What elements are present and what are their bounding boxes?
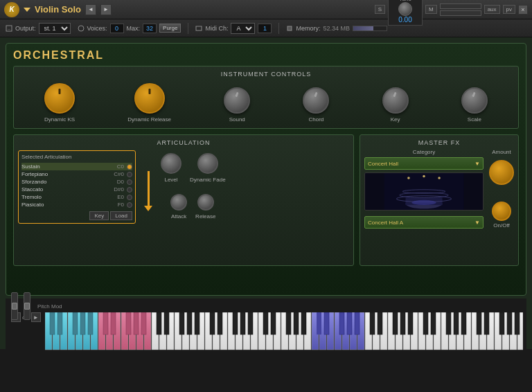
- black-key[interactable]: [446, 312, 451, 335]
- level-knob[interactable]: [161, 153, 181, 174]
- black-key[interactable]: [134, 312, 139, 335]
- black-key[interactable]: [263, 312, 268, 335]
- black-key[interactable]: [484, 312, 489, 335]
- master-fx-panel: MASTER FX Category Concert Hall ▼: [360, 134, 519, 266]
- chord-knob[interactable]: [303, 87, 329, 114]
- release-group: Release: [195, 194, 215, 220]
- black-key[interactable]: [301, 312, 306, 335]
- on-off-knob[interactable]: [492, 202, 511, 221]
- art-row-sustain[interactable]: Sustain C0: [21, 163, 132, 170]
- scale-knob[interactable]: [461, 87, 488, 114]
- memory-icon: [286, 25, 293, 32]
- black-key[interactable]: [187, 312, 192, 335]
- s-button[interactable]: S: [375, 5, 385, 14]
- pv-button[interactable]: pv: [503, 5, 515, 14]
- art-led-piasicato: [127, 202, 132, 208]
- prev-instrument-button[interactable]: ◄: [85, 4, 96, 15]
- key-button[interactable]: Key: [89, 211, 109, 220]
- m-button[interactable]: M: [425, 5, 437, 14]
- art-row-tremolo[interactable]: Tremolo E0: [21, 193, 132, 201]
- black-key[interactable]: [73, 312, 78, 335]
- release-knob[interactable]: [197, 194, 214, 211]
- black-key[interactable]: [400, 312, 405, 335]
- next-instrument-button[interactable]: ►: [100, 4, 112, 15]
- black-key[interactable]: [317, 312, 321, 335]
- piano-label-row: Pitch Mod: [6, 300, 526, 312]
- black-key[interactable]: [347, 312, 352, 335]
- dynamic-ks-knob[interactable]: [44, 83, 75, 114]
- black-key[interactable]: [179, 312, 184, 335]
- category-dropdown[interactable]: Concert Hall ▼: [364, 157, 484, 170]
- black-key[interactable]: [233, 312, 238, 335]
- black-key[interactable]: [126, 312, 131, 335]
- black-key[interactable]: [157, 312, 161, 335]
- black-key[interactable]: [324, 312, 329, 335]
- black-key[interactable]: [164, 312, 169, 335]
- aux-button[interactable]: aux: [484, 5, 500, 14]
- art-led-tremolo: [127, 195, 132, 200]
- black-key[interactable]: [294, 312, 299, 335]
- attack-label: Attack: [171, 213, 186, 220]
- black-key[interactable]: [431, 312, 436, 335]
- black-key[interactable]: [57, 312, 62, 335]
- art-row-fortepiano[interactable]: Fortepiano C#0: [21, 170, 132, 178]
- load-button[interactable]: Load: [110, 211, 132, 220]
- dynamic-fade-label: Dynamic Fade: [190, 177, 226, 183]
- black-key[interactable]: [515, 312, 520, 335]
- memory-label: Memory:: [296, 25, 320, 32]
- black-key[interactable]: [240, 312, 245, 335]
- hall-name-dropdown[interactable]: Concert Hall A ▼: [364, 216, 484, 229]
- black-key[interactable]: [408, 312, 413, 335]
- dynamic-fade-knob[interactable]: [197, 153, 218, 174]
- articulation-knobs: Level Dynamic Fade Attack: [161, 153, 226, 224]
- pitch-slider-2[interactable]: [24, 292, 30, 320]
- close-button[interactable]: ×: [518, 5, 528, 15]
- black-key[interactable]: [461, 312, 466, 335]
- black-key[interactable]: [454, 312, 459, 335]
- black-key[interactable]: [355, 312, 360, 335]
- black-key[interactable]: [111, 312, 116, 335]
- key-label: Key: [391, 116, 400, 123]
- black-key[interactable]: [271, 312, 276, 335]
- key-knob[interactable]: [382, 87, 409, 114]
- black-key[interactable]: [507, 312, 512, 335]
- black-key[interactable]: [393, 312, 398, 335]
- black-key[interactable]: [218, 312, 222, 335]
- black-key[interactable]: [195, 312, 200, 335]
- black-key[interactable]: [370, 312, 375, 335]
- art-led-sforzando: [127, 179, 132, 185]
- amount-knob[interactable]: [489, 160, 514, 185]
- art-row-piasicato[interactable]: Piasicato F0: [21, 201, 132, 208]
- memory-value: 52.34 MB: [323, 25, 350, 32]
- black-key[interactable]: [80, 312, 85, 335]
- black-key[interactable]: [88, 312, 93, 335]
- pitch-slider-1[interactable]: [11, 292, 18, 320]
- black-key[interactable]: [248, 312, 253, 335]
- dynamic-release-knob[interactable]: [134, 83, 165, 114]
- attack-knob[interactable]: [170, 194, 187, 211]
- black-key[interactable]: [141, 312, 146, 335]
- purge-button[interactable]: Purge: [159, 24, 181, 33]
- hall-preview: [364, 172, 484, 211]
- black-key[interactable]: [339, 312, 344, 335]
- black-key[interactable]: [286, 312, 291, 335]
- black-key[interactable]: [499, 312, 504, 335]
- art-led-fortepiano: [127, 172, 132, 177]
- output-select[interactable]: st. 1: [39, 23, 71, 34]
- oct-next-button[interactable]: ►: [31, 312, 41, 322]
- sound-label: Sound: [229, 116, 245, 123]
- sound-knob[interactable]: [224, 87, 250, 114]
- output-icon: ↔: [6, 25, 12, 32]
- black-key[interactable]: [50, 312, 55, 335]
- art-row-staccato[interactable]: Staccato D#0: [21, 186, 132, 193]
- black-key[interactable]: [423, 312, 428, 335]
- black-key[interactable]: [477, 312, 481, 335]
- midi-num: 1: [258, 24, 272, 33]
- midi-channel-select[interactable]: A: [231, 23, 255, 34]
- black-key[interactable]: [103, 312, 108, 335]
- selected-art-title: Selected Articulation: [21, 154, 132, 160]
- art-row-sforzando[interactable]: Sforzando D0: [21, 178, 132, 186]
- black-key[interactable]: [378, 312, 382, 335]
- tune-knob[interactable]: [398, 2, 412, 16]
- black-key[interactable]: [210, 312, 215, 335]
